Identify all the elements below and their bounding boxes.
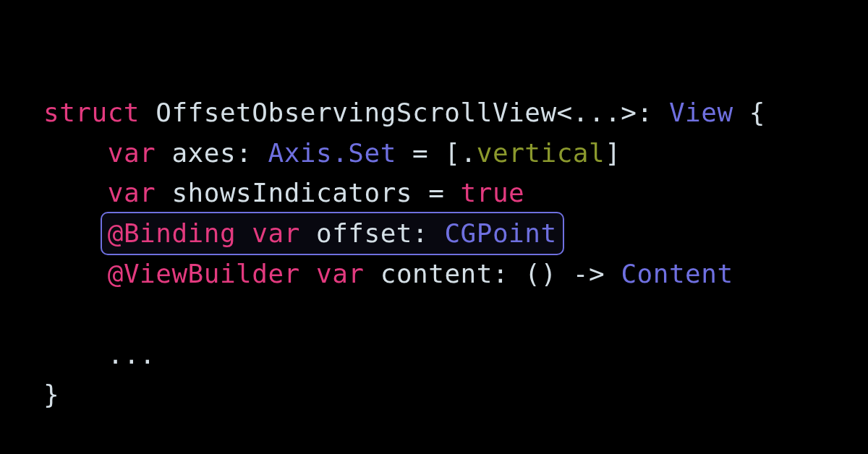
- code-line-1: struct OffsetObservingScrollView<...>: V…: [43, 98, 765, 127]
- enum-vertical: vertical: [477, 138, 605, 168]
- punct-angle-close: >: [621, 98, 637, 127]
- punct-angle-open: <: [557, 98, 573, 127]
- keyword-var: var: [108, 178, 156, 207]
- type-name: OffsetObservingScrollView: [156, 98, 556, 127]
- punct-brace-open: {: [749, 98, 765, 127]
- punct-equals: =: [412, 138, 428, 168]
- punct-colon: :: [412, 218, 428, 248]
- punct-paren-open: (: [524, 259, 540, 288]
- punct-paren-close: ): [540, 259, 556, 288]
- attribute-binding: @Binding: [108, 218, 236, 248]
- code-line-7: }: [43, 380, 59, 409]
- code-block: struct OffsetObservingScrollView<...>: V…: [0, 0, 868, 454]
- identifier-content: content: [380, 259, 493, 288]
- keyword-var: var: [316, 259, 365, 288]
- attribute-viewbuilder: @ViewBuilder: [108, 259, 300, 288]
- keyword-var: var: [252, 218, 300, 248]
- punct-brace-close: }: [43, 380, 59, 409]
- type-content: Content: [621, 259, 733, 288]
- keyword-var: var: [108, 138, 156, 168]
- type-cgpoint: CGPoint: [444, 218, 556, 248]
- code-line-6: ...: [43, 340, 156, 369]
- keyword-struct: struct: [43, 98, 140, 127]
- punct-colon: :: [236, 138, 252, 168]
- code-line-2: var axes: Axis.Set = [.vertical]: [43, 138, 621, 168]
- identifier-axes: axes: [171, 138, 236, 168]
- identifier-showsindicators: showsIndicators: [171, 178, 412, 207]
- code-line-5: @ViewBuilder var content: () -> Content: [43, 259, 733, 288]
- punct-bracket-open: [: [444, 138, 460, 168]
- punct-colon: :: [493, 259, 509, 288]
- protocol-view: View: [669, 98, 733, 127]
- punct-bracket-close: ]: [605, 138, 621, 168]
- code-line-3: var showsIndicators = true: [43, 178, 524, 207]
- punct-colon: :: [637, 98, 653, 127]
- punct-dot: .: [461, 138, 477, 168]
- punct-arrow: ->: [573, 259, 605, 288]
- generic-ellipsis: ...: [573, 98, 621, 127]
- identifier-offset: offset: [316, 218, 412, 248]
- punct-equals: =: [428, 178, 444, 207]
- literal-true: true: [461, 178, 525, 207]
- highlight-box: @Binding var offset: CGPoint: [101, 212, 564, 255]
- code-line-4-highlighted: @Binding var offset: CGPoint: [43, 218, 557, 248]
- type-axis-set: Axis.Set: [268, 138, 396, 168]
- body-ellipsis: ...: [108, 340, 156, 369]
